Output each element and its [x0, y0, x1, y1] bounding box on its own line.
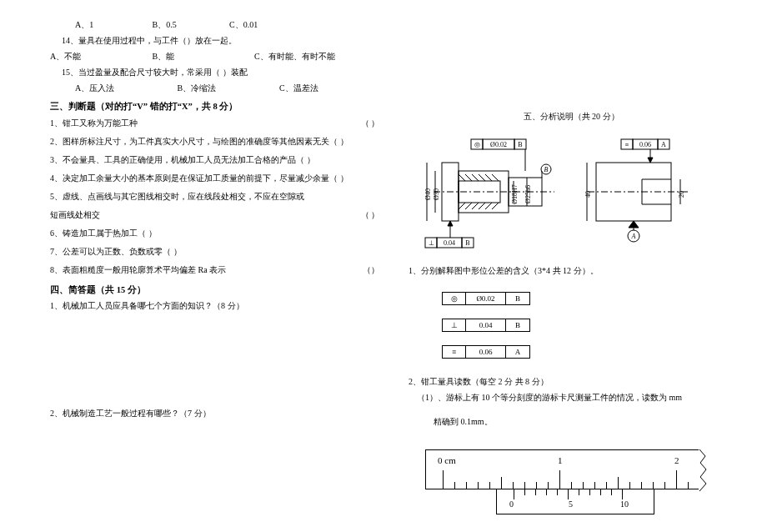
q14-opt-c: C、有时能、有时不能	[254, 48, 354, 64]
vern-10-label: 10	[620, 499, 629, 509]
section5-title: 五、分析说明（共 20 分）	[409, 108, 734, 124]
svg-text:A: A	[631, 233, 636, 240]
svg-line-4	[465, 174, 472, 181]
judge-2: 2、图样所标注尺寸，为工件真实大小尺寸，与绘图的准确度等其他因素无关（ ）	[50, 133, 379, 151]
tol2-ref: B	[506, 319, 529, 331]
q15-opt-c: C、温差法	[279, 80, 379, 96]
svg-text:B: B	[465, 239, 469, 247]
svg-line-5	[472, 174, 479, 181]
svg-text:0.04: 0.04	[444, 239, 455, 247]
judge-5a: 5、虚线、点画线与其它图线相交时，应在线段处相交，不应在空隙或	[50, 188, 379, 206]
vern-5-label: 5	[569, 499, 573, 509]
tol3-val: 0.06	[466, 346, 506, 358]
svg-line-11	[472, 203, 479, 209]
parallelism-icon: ≡	[443, 346, 466, 358]
judge-5b: 短画线处相交 （ ）	[50, 206, 379, 224]
judge-7: 7、公差可以为正数、负数或零（ ）	[50, 243, 379, 261]
judge-1: 1、钳工又称为万能工种 （ ）	[50, 114, 379, 133]
tol1-ref: B	[506, 293, 529, 304]
tol-box-3: ≡ 0.06 A	[442, 345, 530, 359]
vernier-caliper-drawing: 0 cm 1 2	[425, 449, 709, 514]
main-0cm-label: 0 cm	[438, 455, 456, 465]
svg-line-14	[492, 203, 499, 209]
svg-text:Ø25h6: Ø25h6	[524, 185, 532, 203]
svg-line-7	[485, 174, 492, 181]
conc-sym: ◎	[474, 141, 480, 148]
analysis-q2a: （1）、游标上有 10 个等分刻度的游标卡尺测量工件的情况，读数为 mm	[409, 389, 734, 405]
judge-8-paren: （）	[363, 261, 379, 279]
main-1-label: 1	[558, 455, 563, 465]
svg-marker-59	[629, 221, 639, 228]
short-answer-2: 2、机械制造工艺一般过程有哪些？（7 分）	[50, 405, 379, 421]
svg-text:Ø30: Ø30	[433, 188, 440, 200]
svg-marker-33	[448, 221, 453, 226]
tol-box-2: ⊥ 0.04 B	[442, 319, 530, 332]
tol-box-1: ◎ Ø0.02 B	[442, 292, 530, 305]
q15-options: A、压入法 B、冷缩法 C、温差法	[50, 80, 379, 96]
judge-3: 3、不会量具、工具的正确使用，机械加工人员无法加工合格的产品（ ）	[50, 151, 379, 169]
svg-text:20: 20	[678, 191, 685, 198]
q15-opt-a: A、压入法	[75, 80, 175, 96]
svg-line-13	[485, 203, 492, 209]
judge-6: 6、铸造加工属于热加工（ ）	[50, 224, 379, 243]
short-answer-1: 1、机械加工人员应具备哪七个方面的知识？（8 分）	[50, 298, 379, 314]
vern-0-label: 0	[509, 499, 514, 509]
svg-line-12	[479, 203, 485, 209]
q14-opt-b: B、能	[153, 48, 253, 64]
q13-opt-c: C、0.01	[229, 17, 304, 33]
section4-title: 四、简答题（共 15 分）	[50, 284, 379, 296]
svg-line-9	[459, 203, 465, 209]
perpendicularity-icon: ⊥	[443, 319, 466, 331]
svg-text:40: 40	[584, 191, 592, 198]
svg-text:Ø0.02: Ø0.02	[490, 141, 507, 148]
main-scale: 0 cm 1 2	[425, 449, 709, 489]
right-column: 五、分析说明（共 20 分）	[396, 17, 734, 514]
q15-stem: 15、当过盈量及配合尺寸较大时，常采用（ ）装配	[50, 64, 379, 80]
svg-marker-54	[648, 158, 653, 163]
svg-text:B: B	[518, 141, 522, 148]
main-2-label: 2	[674, 455, 679, 465]
svg-text:≡: ≡	[625, 141, 629, 148]
judge-4: 4、决定加工余量大小的基本原则是在保证加工质量的前提下，尽量减少余量（ ）	[50, 169, 379, 188]
svg-text:⊥: ⊥	[429, 239, 434, 247]
judge-8: 8、表面粗糙度一般用轮廓算术平均偏差 Ra 表示 （）	[50, 261, 379, 279]
analysis-q1: 1、分别解释图中形位公差的含义（3*4 共 12 分）。	[409, 263, 734, 279]
technical-drawing: ◎ Ø0.02 B B ⊥ 0.04	[409, 129, 717, 263]
q14-stem: 14、量具在使用过程中，与工件（）放在一起。	[50, 33, 379, 48]
judge-1-paren: （ ）	[361, 114, 380, 133]
svg-line-6	[479, 174, 485, 181]
q13-options: A、1 B、0.5 C、0.01	[50, 17, 379, 33]
svg-text:Ø18H7: Ø18H7	[511, 184, 519, 204]
q14-options: A、不能 B、能 C、有时能、有时不能	[50, 48, 379, 64]
svg-text:B: B	[544, 166, 549, 173]
section3-title: 三、判断题（对的打“V” 错的打“X”，共 8 分）	[50, 101, 379, 113]
q14-opt-a: A、不能	[50, 48, 150, 64]
vernier-scale: 0 5 10	[496, 489, 654, 514]
judge-5-paren: （ ）	[361, 206, 380, 224]
q13-opt-b: B、0.5	[153, 17, 228, 33]
svg-text:A: A	[661, 141, 666, 148]
left-column: A、1 B、0.5 C、0.01 14、量具在使用过程中，与工件（）放在一起。 …	[50, 17, 396, 514]
analysis-q2: 2、钳工量具读数（每空 2 分 共 8 分）	[409, 374, 734, 389]
svg-line-8	[492, 174, 499, 181]
tol2-val: 0.04	[466, 319, 506, 331]
tol1-val: Ø0.02	[466, 293, 506, 304]
q15-opt-b: B、冷缩法	[178, 80, 278, 96]
svg-text:0.06: 0.06	[639, 141, 651, 148]
svg-line-3	[459, 174, 465, 181]
analysis-q2-note: 精确到 0.1mm。	[409, 414, 734, 429]
svg-text:Ø40: Ø40	[424, 188, 432, 200]
broken-edge-icon	[699, 449, 709, 489]
tol3-ref: A	[506, 346, 529, 358]
svg-line-10	[465, 203, 472, 209]
concentricity-icon: ◎	[443, 293, 466, 304]
q13-opt-a: A、1	[75, 17, 150, 33]
